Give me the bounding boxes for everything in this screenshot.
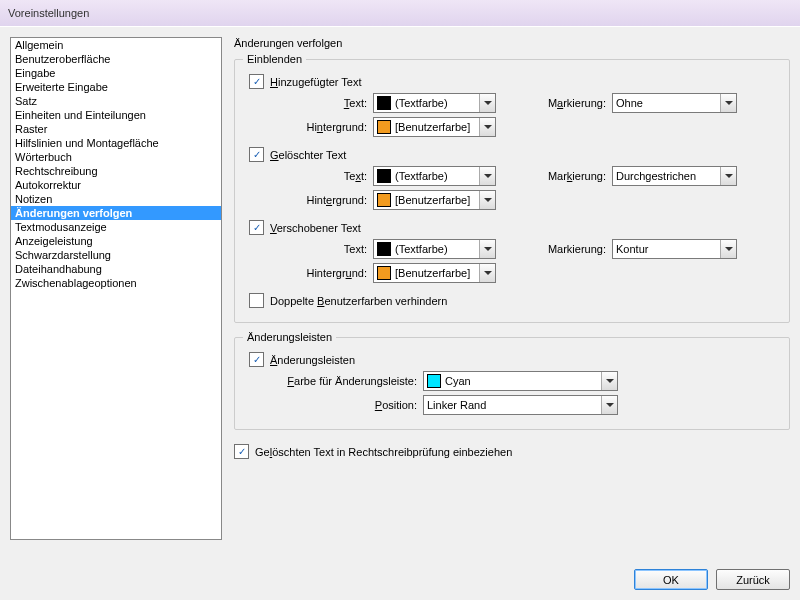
window-title: Voreinstellungen xyxy=(8,7,89,19)
titlebar: Voreinstellungen xyxy=(0,0,800,27)
preferences-dialog: AllgemeinBenutzeroberflächeEingabeErweit… xyxy=(0,26,800,27)
